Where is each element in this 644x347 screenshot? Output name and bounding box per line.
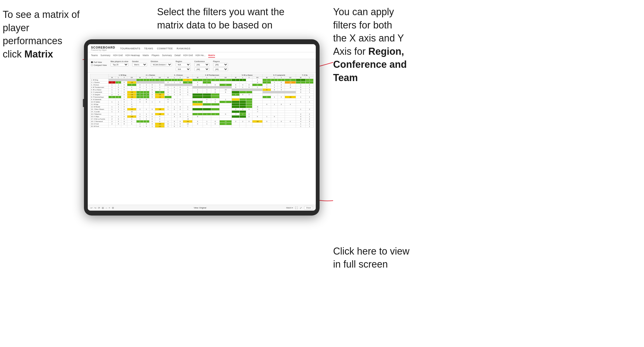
empty-header bbox=[90, 74, 109, 79]
table-row: 8. P Summerhays 521-48 220-16 010-11 12 bbox=[90, 96, 314, 98]
table-row: 16. K Vilips 210-25 2204 330 8 00 10 01 bbox=[90, 115, 314, 118]
region-filter: Region N/A N/A bbox=[176, 60, 191, 71]
conference-select-2[interactable]: (All) bbox=[194, 68, 209, 71]
nav-committee[interactable]: COMMITTEE bbox=[157, 47, 173, 50]
region-select-2[interactable]: N/A bbox=[176, 68, 191, 71]
tab-h2h-grid[interactable]: H2H Grid bbox=[113, 53, 122, 58]
redo-icon[interactable]: ↪ bbox=[94, 207, 96, 209]
tab-h2h-he[interactable]: H2H He... bbox=[196, 53, 206, 58]
toolbar-controls-left: ↩ ↪ ⟳ ⊞ − + ⚙ bbox=[90, 207, 114, 209]
share-button[interactable]: Share bbox=[304, 206, 313, 210]
table-row: 3. J Koivun 1102 0102 01013 04011 0103 1… bbox=[90, 84, 314, 86]
compact-view-radio-dot bbox=[91, 64, 93, 66]
table-row: 19. D Ford 2001 200-20 01013 01013 11 bbox=[90, 123, 314, 125]
col-header-2: 2. L Clanton bbox=[136, 74, 164, 76]
table-row: 6. C Lamprecht 100-16 24124 3006 1106 01 bbox=[90, 91, 314, 94]
table-row: 12. M Riedel 110-6 1101 -6 bbox=[90, 106, 314, 108]
table-row: 20. M Ford 331-11 1007 11 bbox=[90, 125, 314, 128]
annotation-bottomright: Click here to view in full screen bbox=[333, 245, 425, 271]
table-row: 10. B Valdes 1101 0010 010 01011 11 bbox=[90, 101, 314, 103]
col-header-1: 1. W Ding bbox=[109, 74, 136, 76]
region-select[interactable]: N/A bbox=[176, 63, 191, 66]
grid-icon[interactable]: ⊞ bbox=[102, 207, 104, 209]
players-filter: Players (All) (All) bbox=[213, 60, 228, 71]
table-row: 13. J Skov Olesen 110-3 210-19 1001 220-… bbox=[90, 108, 314, 111]
full-view-radio[interactable]: Full View bbox=[91, 61, 107, 63]
undo-icon[interactable]: ↩ bbox=[90, 207, 93, 209]
max-players-filter: Max players in view Top 25 bbox=[110, 60, 128, 66]
full-view-radio-dot bbox=[91, 61, 93, 63]
view-label: View: Original bbox=[194, 207, 206, 209]
conference-filter: Conference (All) (All) bbox=[194, 60, 209, 71]
col-header-6: 6. C Lamprecht bbox=[263, 74, 296, 76]
watch-button[interactable]: Watch ▾ bbox=[286, 207, 293, 209]
col-header-3: 3. J Koivun bbox=[164, 74, 192, 76]
nav-teams[interactable]: TEAMS bbox=[144, 47, 153, 50]
sub-tabs: Teams Summary H2H Grid H2H Heatmap Matri… bbox=[88, 52, 316, 59]
plus-icon[interactable]: + bbox=[109, 207, 110, 209]
tab-summary2[interactable]: Summary bbox=[162, 53, 172, 58]
scoreboard-header: SCOREBOARD Powered by clippd TOURNAMENTS… bbox=[88, 44, 316, 52]
nav-tournaments[interactable]: TOURNAMENTS bbox=[120, 47, 140, 50]
tablet-side-button bbox=[83, 99, 84, 107]
minus-icon[interactable]: − bbox=[106, 207, 107, 209]
view-mode-selector: Full View Compact View bbox=[91, 61, 107, 66]
col-header-7: 7. G Sa bbox=[296, 74, 314, 76]
max-players-select[interactable]: Top 25 bbox=[110, 63, 128, 66]
gender-select[interactable]: Men's bbox=[132, 63, 147, 66]
bottom-toolbar: ↩ ↪ ⟳ ⊞ − + ⚙ View: Original Watch ▾ ⛶ ⤢… bbox=[88, 205, 316, 211]
col-header-4: 4. M Thorbjornsen bbox=[193, 74, 232, 76]
table-row: 15. P Maichon 11 110-19 1001 4110 -722 2… bbox=[90, 113, 314, 115]
table-row: 17. S De La Fuente 2000 1100 -8 02 bbox=[90, 118, 314, 120]
compact-view-radio[interactable]: Compact View bbox=[91, 64, 107, 66]
table-row: 5. M La Sasso 1006 1101 1101 11014 003 0… bbox=[90, 89, 314, 91]
refresh-icon[interactable]: ⟳ bbox=[98, 207, 100, 209]
division-select[interactable]: NCAA Division I bbox=[151, 63, 172, 66]
tablet-frame: SCOREBOARD Powered by clippd TOURNAMENTS… bbox=[84, 39, 320, 216]
division-filter: Division NCAA Division I bbox=[151, 60, 172, 66]
gender-filter: Gender Men's bbox=[132, 60, 147, 66]
annotation-topmid: Select the filters you want the matrix d… bbox=[157, 5, 292, 32]
filter-row: Full View Compact View Max players in vi… bbox=[88, 59, 316, 73]
table-row: 1. W Ding 12011 110-2 12017 001 01013 90 bbox=[90, 79, 314, 81]
table-row: 4. M Thorbjornsen 1001 0101 1001 0101 11… bbox=[90, 86, 314, 89]
tab-detail[interactable]: Detail bbox=[175, 53, 181, 58]
table-row: 2. L Clanton 210-16 01013 00 -6 010-24 2… bbox=[90, 81, 314, 84]
tab-players[interactable]: Players bbox=[152, 53, 159, 58]
fullscreen-icon[interactable]: ⛶ bbox=[295, 207, 298, 209]
tablet-screen: SCOREBOARD Powered by clippd TOURNAMENTS… bbox=[88, 44, 316, 211]
tab-matrix[interactable]: Matrix bbox=[143, 53, 149, 58]
table-row: 14. J Lundin 11010 -7 bbox=[90, 111, 314, 113]
annotation-topleft: To see a matrix of player performances c… bbox=[3, 8, 89, 61]
col-header-5: 5. M La Sasso bbox=[232, 74, 263, 76]
main-nav: TOURNAMENTS TEAMS COMMITTEE RANKINGS bbox=[120, 47, 190, 50]
tab-matrix-active[interactable]: Matrix bbox=[208, 53, 215, 58]
matrix-container[interactable]: 1. W Ding 2. L Clanton 3. J Koivun 4. M … bbox=[88, 73, 316, 205]
scoreboard-logo: SCOREBOARD Powered by clippd bbox=[91, 46, 115, 51]
toolbar-controls-right: Watch ▾ ⛶ ⤢ Share bbox=[286, 206, 313, 210]
tab-h2h-heatmap[interactable]: H2H Heatmap bbox=[125, 53, 140, 58]
players-select-2[interactable]: (All) bbox=[213, 68, 228, 71]
nav-rankings[interactable]: RANKINGS bbox=[177, 47, 190, 50]
annotation-topright: You can apply filters for both the X axi… bbox=[333, 5, 425, 85]
players-select[interactable]: (All) bbox=[213, 63, 228, 66]
expand-icon[interactable]: ⤢ bbox=[300, 207, 302, 209]
settings-icon[interactable]: ⚙ bbox=[112, 207, 114, 209]
tab-summary[interactable]: Summary bbox=[100, 53, 110, 58]
matrix-table: 1. W Ding 2. L Clanton 3. J Koivun 4. M … bbox=[90, 74, 314, 128]
conference-select[interactable]: (All) bbox=[194, 63, 209, 66]
table-row: 9. N Gabrelcik 00 09 011 011 bbox=[90, 98, 314, 101]
tab-teams[interactable]: Teams bbox=[91, 53, 98, 58]
tab-h2h-grid2[interactable]: H2H Grid bbox=[183, 53, 193, 58]
table-row: 18. C Sherwood 2001 1300 100-11 01013 22… bbox=[90, 120, 314, 123]
table-row: 11. M Ege 010 0104 bbox=[90, 103, 314, 106]
table-row: 7. G Sargent 200-16 220-15 1101 003 bbox=[90, 94, 314, 96]
